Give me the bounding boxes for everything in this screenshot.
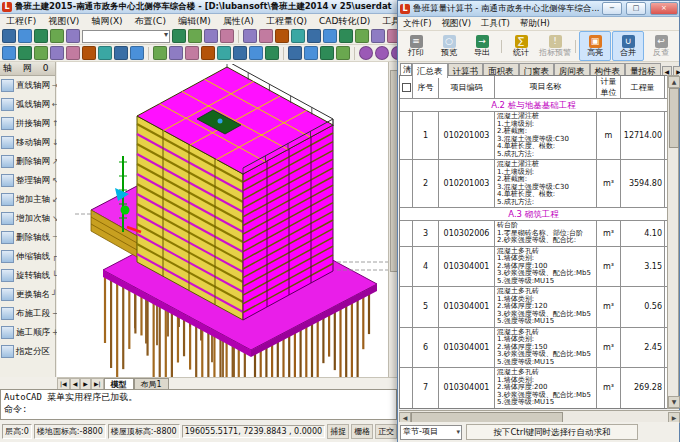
table-row[interactable]: 1010201003混凝土灌注桩 1.土壤级别: 2.桩截面: 3.混凝土强度等… [400, 112, 667, 160]
pan-icon[interactable] [288, 46, 302, 60]
redo-icon[interactable] [204, 29, 218, 43]
highlight-button[interactable]: ▣高亮 [579, 31, 611, 61]
export-button[interactable]: →导出 [466, 31, 498, 61]
table-row[interactable]: 7010304001混凝土多孔砖 1.墙体类别: 2.墙体厚度:200 3.砂浆… [400, 368, 667, 409]
row-select-cell[interactable] [400, 247, 413, 287]
mirror-icon[interactable] [339, 29, 353, 43]
stats-button[interactable]: ∑统计 [505, 31, 537, 61]
row-select-cell[interactable] [400, 328, 413, 368]
select-icon[interactable] [275, 29, 289, 43]
draw-stairs-icon[interactable] [265, 46, 279, 60]
menu-视图(V)[interactable]: 视图(V) [42, 15, 85, 28]
print-button[interactable]: ≡打印 [400, 31, 432, 61]
open-file-icon[interactable] [18, 29, 32, 43]
panel-item-弧线轴网[interactable]: 弧线轴网← [0, 95, 55, 114]
undo-icon[interactable] [188, 29, 202, 43]
row-select-cell[interactable] [400, 368, 413, 408]
menu-工程(F)[interactable]: 工程(F) [0, 15, 42, 28]
save-icon[interactable] [34, 29, 48, 43]
panel-item-拼接轴网[interactable]: 拼接轴网↑ [0, 114, 55, 133]
close-button[interactable]: × [650, 2, 678, 15]
copy-icon[interactable] [243, 29, 257, 43]
preview-button[interactable]: ○预览 [433, 31, 465, 61]
table-row[interactable]: 3010302006砖台阶 1.零星砌砖名称、部位:台阶 2.砂浆强度等级、配合… [400, 221, 667, 247]
table-row[interactable]: 4010304001混凝土多孔砖 1.墙体类别: 2.墙体厚度:100 3.砂浆… [400, 247, 667, 288]
zoom-out-icon[interactable] [336, 46, 350, 60]
calc-menu-视图(V)[interactable]: 视图(V) [437, 18, 476, 30]
new-file-icon[interactable] [2, 29, 16, 43]
draw-axis-icon[interactable] [153, 46, 167, 60]
scroll-up-icon[interactable]: ▲ [668, 76, 680, 88]
calc-menu-帮助(H)[interactable]: 帮助(H) [515, 18, 555, 30]
status-toggle-正交[interactable]: 正交 [375, 424, 397, 439]
table-row[interactable]: 8010304001混凝土多孔砖 1.墙体类别: 2.墙体厚度:300 3.砂浆… [400, 409, 667, 410]
draw-column-icon[interactable] [169, 46, 183, 60]
define-slab-icon[interactable] [114, 46, 128, 60]
table-row[interactable]: 5010304001混凝土多孔砖 1.墙体类别: 2.墙体厚度:120 3.砂浆… [400, 287, 667, 328]
panel-item-移动轴网[interactable]: 移动轴网↓ [0, 133, 55, 152]
panel-item-删除轴网[interactable]: 删除轴网↗ [0, 152, 55, 171]
menu-工程量(Q)[interactable]: 工程量(Q) [260, 15, 313, 28]
draw-door-icon[interactable] [233, 46, 247, 60]
panel-item-布施工段[interactable]: 布施工段− [0, 304, 55, 323]
move-icon[interactable] [291, 29, 305, 43]
define-column-icon[interactable] [66, 46, 80, 60]
define-beam-icon[interactable] [98, 46, 112, 60]
panel-item-删除轴线[interactable]: 删除轴线¬ [0, 228, 55, 247]
table-vscroll-thumb[interactable] [669, 88, 679, 148]
define-wall-icon[interactable] [82, 46, 96, 60]
command-line[interactable]: AutoCAD 菜单实用程序已加载。 命令: [0, 389, 397, 420]
zoom-extents-icon[interactable] [304, 46, 318, 60]
paste-props-icon[interactable] [259, 29, 273, 43]
menu-轴网(X)[interactable]: 轴网(X) [85, 15, 128, 28]
calc-menu-工具(T)[interactable]: 工具(T) [476, 18, 515, 30]
row-select-cell[interactable] [400, 221, 413, 246]
chapter-mode-select[interactable]: 章节-项目 [400, 425, 462, 440]
menu-CAD转化(D)[interactable]: CAD转化(D) [313, 15, 376, 28]
panel-item-伸缩轴线[interactable]: 伸缩轴线┌ [0, 247, 55, 266]
array-icon[interactable] [355, 29, 369, 43]
draw-window-icon[interactable] [249, 46, 263, 60]
panel-item-旋转轴线[interactable]: 旋转轴线└ [0, 266, 55, 285]
draw-wall-icon[interactable] [185, 46, 199, 60]
view-3d-box-icon[interactable] [359, 46, 373, 60]
merge-button[interactable]: ∪合并 [612, 31, 644, 61]
calc-menu-文件(F)[interactable]: 文件(F) [398, 18, 437, 30]
floor-copy-icon[interactable] [18, 46, 32, 60]
draw-slab-icon[interactable] [217, 46, 231, 60]
status-toggle-捕捉[interactable]: 捕捉 [327, 424, 349, 439]
floor-settings-icon[interactable] [2, 46, 16, 60]
project-setup-icon[interactable] [50, 46, 64, 60]
menu-布置(C)[interactable]: 布置(C) [129, 15, 172, 28]
rotate-icon[interactable] [307, 29, 321, 43]
import-icon[interactable] [172, 29, 186, 43]
menu-编辑(M)[interactable]: 编辑(M) [172, 15, 217, 28]
panel-item-增加主轴[interactable]: 增加主轴↙ [0, 190, 55, 209]
table-vscroll[interactable]: ▲ ▼ [667, 75, 679, 409]
offset-icon[interactable] [371, 29, 385, 43]
panel-item-更换轴名[interactable]: 更换轴名┘ [0, 285, 55, 304]
panel-item-直线轴网[interactable]: 直线轴网→ [0, 76, 55, 95]
row-select-cell[interactable] [400, 160, 413, 207]
menu-属性(A)[interactable]: 属性(A) [217, 15, 260, 28]
table-row[interactable]: 2010201003混凝土灌注桩 1.土壤级别: 2.桩截面: 3.混凝土强度等… [400, 160, 667, 208]
row-select-cell[interactable] [400, 112, 413, 159]
message-icon[interactable] [66, 29, 80, 43]
define-stairs-icon[interactable] [130, 46, 144, 60]
maximize-button[interactable]: □ [626, 2, 646, 15]
refresh-icon[interactable] [220, 29, 234, 43]
panel-item-整理轴网[interactable]: 整理轴网↖ [0, 171, 55, 190]
draw-beam-icon[interactable] [201, 46, 215, 60]
edit-drawing-icon[interactable] [50, 29, 64, 43]
row-select-cell[interactable] [400, 287, 413, 327]
select-all-checkbox[interactable] [400, 76, 413, 98]
zoom-in-icon[interactable] [320, 46, 334, 60]
row-select-cell[interactable] [400, 409, 413, 410]
panel-item-指定分区[interactable]: 指定分区 [0, 342, 55, 361]
minimize-button[interactable]: − [602, 2, 622, 15]
floor-manage-icon[interactable] [34, 46, 48, 60]
tab-汇总表[interactable]: 汇总表 [412, 63, 448, 78]
delete-icon[interactable] [323, 29, 337, 43]
panel-item-增加次轴[interactable]: 增加次轴↘ [0, 209, 55, 228]
panel-item-施工顺序[interactable]: 施工顺序+ [0, 323, 55, 342]
